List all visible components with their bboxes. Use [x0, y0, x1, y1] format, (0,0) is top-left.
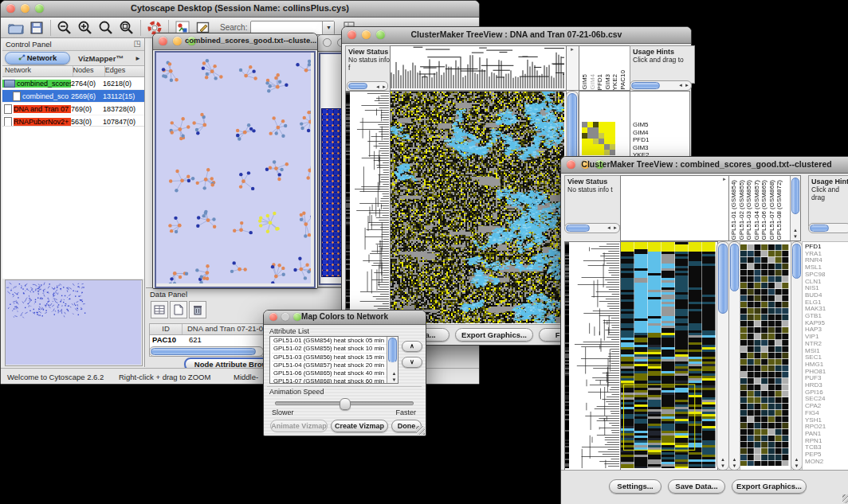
column-label[interactable]: GPL51-04 (GSM857) — [754, 180, 761, 240]
matrix-cell[interactable] — [604, 127, 610, 133]
tv2-usage-scrollbar[interactable] — [808, 223, 848, 233]
matrix-cell[interactable] — [593, 127, 599, 133]
scroll-right-icon[interactable]: ► — [382, 83, 387, 91]
matrix-cell[interactable] — [604, 122, 610, 127]
matrix-cell[interactable] — [582, 133, 587, 139]
scroll-up-icon[interactable]: ▲ — [389, 371, 398, 377]
export-graphics-button[interactable]: Export Graphics... — [732, 479, 807, 494]
collapse-arrow-icon[interactable]: ► — [570, 47, 575, 52]
network-window-titlebar[interactable]: combined_scores_good.txt--cluste... — [153, 33, 317, 50]
matrix-cell[interactable] — [604, 144, 610, 150]
matrix-cell[interactable] — [610, 122, 615, 127]
collapse-arrow-icon[interactable]: ► — [722, 177, 727, 182]
scroll-up-icon[interactable]: ▲ — [717, 457, 728, 463]
network-row[interactable]: DNA and Tran 07 769(0) 183728(0) — [2, 103, 144, 115]
matrix-cell[interactable] — [599, 122, 604, 127]
matrix-cell[interactable] — [587, 144, 593, 150]
column-label[interactable]: GPL51-02 (GSM855) — [739, 180, 746, 240]
zoom-out-icon[interactable] — [54, 18, 75, 37]
gene-label[interactable]: MON2 — [805, 459, 848, 466]
tv1-heatmap[interactable] — [390, 91, 567, 326]
new-attribute-icon[interactable] — [170, 301, 187, 318]
delete-attribute-icon[interactable] — [189, 301, 206, 318]
dialog-titlebar[interactable]: Map Colors to Network — [264, 311, 426, 325]
column-label[interactable]: GIM5 — [582, 74, 589, 90]
tv2-heatmap-vscrollbar[interactable]: ▲ ▼ — [716, 241, 729, 471]
tv1-column-labels[interactable]: GIM5GIM4PFD1GIM3YKE2PAC10 — [579, 45, 630, 91]
tv2-column-labels[interactable]: GPL51-01 (GSM854)GPL51-02 (GSM855)GPL51-… — [728, 175, 801, 241]
matrix-cell[interactable] — [599, 144, 604, 150]
matrix-cell[interactable] — [587, 127, 593, 133]
attribute-item[interactable]: GPL51-02 (GSM855) heat shock 10 min — [272, 345, 398, 353]
save-data-button[interactable]: Save Data... — [668, 479, 725, 494]
column-label[interactable]: PAC10 — [620, 70, 627, 90]
zoom-selected-icon[interactable] — [96, 18, 116, 37]
treeview1-titlebar[interactable]: ClusterMaker TreeView : DNA and Tran 07-… — [342, 27, 691, 44]
close-button[interactable] — [159, 37, 167, 45]
attribute-item[interactable]: GPL51-07 (GSM868) heat shock 60 min — [272, 377, 398, 384]
scroll-down-icon[interactable]: ▼ — [729, 463, 740, 469]
matrix-cell[interactable] — [587, 150, 593, 155]
resize-grip[interactable] — [842, 494, 848, 503]
matrix-cell[interactable] — [582, 139, 587, 144]
animation-speed-slider[interactable] — [275, 401, 414, 405]
float-panel-icon[interactable]: ◳ — [134, 39, 141, 48]
export-graphics-button[interactable]: Export Graphics... — [455, 328, 533, 342]
attribute-list-scrollbar[interactable]: ▲ ▼ — [387, 337, 398, 383]
matrix-cell[interactable] — [582, 150, 587, 155]
tv2-zoom-heatmap[interactable] — [740, 241, 791, 471]
gene-label[interactable]: GIM4 — [633, 129, 689, 137]
matrix-cell[interactable] — [593, 122, 599, 127]
matrix-cell[interactable] — [593, 139, 599, 144]
column-label[interactable]: GPL51-08 (GSM872) — [776, 180, 783, 240]
gene-label[interactable]: GIM5 — [633, 121, 689, 129]
matrix-cell[interactable] — [610, 133, 615, 139]
resize-grip[interactable] — [416, 426, 425, 435]
move-down-button[interactable]: ∨ — [402, 357, 422, 368]
attribute-item[interactable]: GPL51-01 (GSM854) heat shock 05 min — [272, 337, 398, 345]
tv2-row-dendrogram[interactable] — [564, 241, 622, 471]
tv2-gene-list[interactable]: PFD1YRA1RNR4MSL1SPC98CLN1NIS1BUD4ELG1MAK… — [802, 241, 848, 471]
column-label[interactable]: GIM4 — [590, 74, 597, 90]
matrix-cell[interactable] — [610, 139, 615, 144]
matrix-cell[interactable] — [610, 127, 615, 133]
matrix-cell[interactable] — [610, 150, 615, 155]
column-label[interactable]: GPL51-03 (GSM856) — [746, 180, 753, 240]
zoom-fit-icon[interactable] — [116, 18, 137, 37]
animate-vizmap-button[interactable]: Animate Vizmap — [270, 420, 328, 432]
gene-label[interactable]: GIM3 — [633, 144, 689, 152]
main-titlebar[interactable]: Cytoscape Desktop (Session Name: collins… — [1, 1, 479, 18]
network-canvas[interactable] — [156, 53, 311, 283]
birdseye-view[interactable] — [5, 279, 143, 366]
matrix-cell[interactable] — [587, 139, 593, 144]
save-session-icon[interactable] — [26, 18, 47, 37]
column-label[interactable]: GPL51-06 (GSM865) — [761, 180, 768, 240]
data-panel-hscrollbar[interactable] — [149, 346, 264, 357]
scroll-left-icon[interactable]: ◄ — [678, 83, 683, 88]
minimize-button[interactable] — [173, 37, 182, 45]
matrix-cell[interactable] — [593, 150, 599, 155]
column-label[interactable]: GPL51-07 (GSM868) — [769, 180, 776, 240]
matrix-cell[interactable] — [587, 133, 593, 139]
scroll-down-icon[interactable]: ▼ — [791, 234, 800, 240]
column-label[interactable]: PFD1 — [597, 74, 604, 90]
attribute-item[interactable]: GPL51-06 (GSM865) heat shock 40 min — [272, 369, 398, 377]
matrix-cell[interactable] — [599, 127, 604, 133]
column-label[interactable]: GIM3 — [605, 74, 612, 90]
scroll-down-icon[interactable]: ▼ — [717, 463, 728, 469]
scroll-right-icon[interactable]: ► — [613, 225, 618, 230]
tab-network[interactable]: Network — [5, 52, 70, 64]
scroll-down-icon[interactable]: ▼ — [791, 463, 802, 469]
matrix-cell[interactable] — [604, 133, 610, 139]
tab-vizmapper[interactable]: VizMapper™ — [78, 54, 124, 63]
tv2-column-dendrogram[interactable]: ► — [620, 175, 729, 241]
tv2-zoom-left-scrollbar[interactable]: ▲ ▼ — [728, 241, 740, 471]
network-row-selected[interactable]: combined_sco 2569(6) 13112(15) — [2, 90, 144, 103]
tv1-status-scrollbar[interactable]: ◄ ► — [347, 81, 388, 91]
tv2-status-scrollbar[interactable]: ◄ ► — [564, 223, 620, 233]
tv1-usage-scrollbar[interactable]: ◄ ► — [630, 80, 692, 91]
network-row[interactable]: combined_scores 2764(0) 16218(0) — [2, 77, 144, 90]
matrix-cell[interactable] — [599, 133, 604, 139]
slider-thumb[interactable] — [340, 398, 351, 410]
settings-button[interactable]: Settings... — [609, 479, 662, 494]
